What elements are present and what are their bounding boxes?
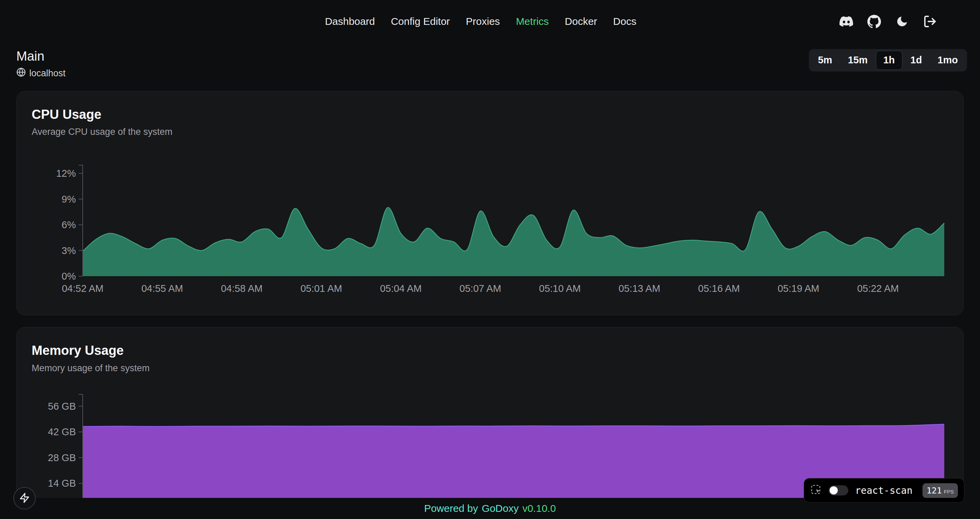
- nav-item-config-editor[interactable]: Config Editor: [391, 16, 450, 27]
- svg-text:05:16 AM: 05:16 AM: [698, 283, 740, 294]
- github-button[interactable]: [866, 14, 882, 29]
- range-button-15m[interactable]: 15m: [840, 51, 875, 70]
- react-scan-label: react-scan: [855, 485, 913, 496]
- toggle-knob: [830, 486, 838, 495]
- svg-text:12%: 12%: [56, 168, 76, 179]
- fps-unit: FPS: [944, 489, 954, 495]
- react-scan-toolbar: react-scan 121 FPS: [804, 478, 964, 503]
- version-label: v0.10.0: [522, 503, 556, 514]
- svg-text:56 GB: 56 GB: [48, 401, 76, 412]
- svg-text:04:55 AM: 04:55 AM: [141, 283, 183, 294]
- svg-text:6%: 6%: [62, 219, 76, 230]
- quick-actions-button[interactable]: [13, 487, 36, 509]
- svg-text:05:19 AM: 05:19 AM: [778, 283, 819, 294]
- svg-text:05:10 AM: 05:10 AM: [539, 283, 581, 294]
- svg-text:14 GB: 14 GB: [48, 478, 76, 489]
- svg-text:05:22 AM: 05:22 AM: [857, 283, 899, 294]
- nav-item-metrics[interactable]: Metrics: [516, 16, 549, 27]
- svg-text:04:58 AM: 04:58 AM: [221, 283, 263, 294]
- memory-card-title: Memory Usage: [32, 342, 948, 359]
- github-icon: [867, 14, 881, 28]
- nav-item-dashboard[interactable]: Dashboard: [325, 16, 375, 27]
- range-button-1mo[interactable]: 1mo: [930, 51, 966, 70]
- svg-text:0%: 0%: [62, 271, 76, 282]
- inspect-icon[interactable]: [810, 484, 822, 497]
- nav-item-docker[interactable]: Docker: [565, 16, 597, 27]
- page-head: Main localhost 5m 15m 1h 1d 1mo: [0, 43, 980, 79]
- fps-badge: 121 FPS: [923, 483, 958, 498]
- moon-icon: [896, 15, 908, 28]
- zap-icon: [19, 492, 30, 505]
- svg-text:05:07 AM: 05:07 AM: [460, 283, 501, 294]
- svg-text:05:01 AM: 05:01 AM: [301, 283, 342, 294]
- dark-mode-toggle[interactable]: [894, 14, 910, 29]
- svg-text:05:04 AM: 05:04 AM: [380, 283, 422, 294]
- fps-value: 121: [927, 485, 942, 495]
- top-bar: Dashboard Config Editor Proxies Metrics …: [0, 0, 980, 43]
- powered-by-label: Powered by: [424, 503, 478, 514]
- svg-text:04:52 AM: 04:52 AM: [62, 283, 104, 294]
- cpu-usage-chart[interactable]: 0%3%6%9%12%04:52 AM04:55 AM04:58 AM05:01…: [32, 160, 948, 298]
- range-button-1h[interactable]: 1h: [876, 51, 902, 70]
- top-icons: [838, 14, 938, 29]
- cpu-usage-card: CPU Usage Average CPU usage of the syste…: [16, 91, 964, 316]
- site-info: Main localhost: [16, 48, 66, 79]
- nav-item-docs[interactable]: Docs: [613, 16, 636, 27]
- range-button-1d[interactable]: 1d: [903, 51, 930, 70]
- logout-button[interactable]: [922, 14, 938, 29]
- main-nav: Dashboard Config Editor Proxies Metrics …: [325, 16, 636, 27]
- logout-icon: [923, 14, 937, 28]
- react-scan-toggle[interactable]: [829, 485, 848, 495]
- host-row: localhost: [16, 67, 66, 79]
- discord-icon: [840, 14, 853, 28]
- svg-text:28 GB: 28 GB: [48, 452, 76, 463]
- svg-text:9%: 9%: [62, 194, 76, 205]
- cpu-card-subtitle: Average CPU usage of the system: [32, 126, 948, 138]
- svg-text:05:13 AM: 05:13 AM: [619, 283, 660, 294]
- discord-button[interactable]: [838, 14, 854, 29]
- globe-icon: [16, 67, 26, 79]
- memory-card-subtitle: Memory usage of the system: [32, 363, 948, 374]
- range-button-5m[interactable]: 5m: [811, 51, 840, 70]
- host-label: localhost: [29, 68, 66, 79]
- page-title: Main: [16, 48, 66, 65]
- time-range-selector: 5m 15m 1h 1d 1mo: [809, 49, 967, 72]
- svg-text:42 GB: 42 GB: [48, 426, 76, 437]
- cpu-card-title: CPU Usage: [32, 106, 948, 123]
- godoxy-link[interactable]: GoDoxy: [482, 503, 519, 514]
- svg-text:3%: 3%: [62, 245, 76, 256]
- nav-item-proxies[interactable]: Proxies: [466, 16, 500, 27]
